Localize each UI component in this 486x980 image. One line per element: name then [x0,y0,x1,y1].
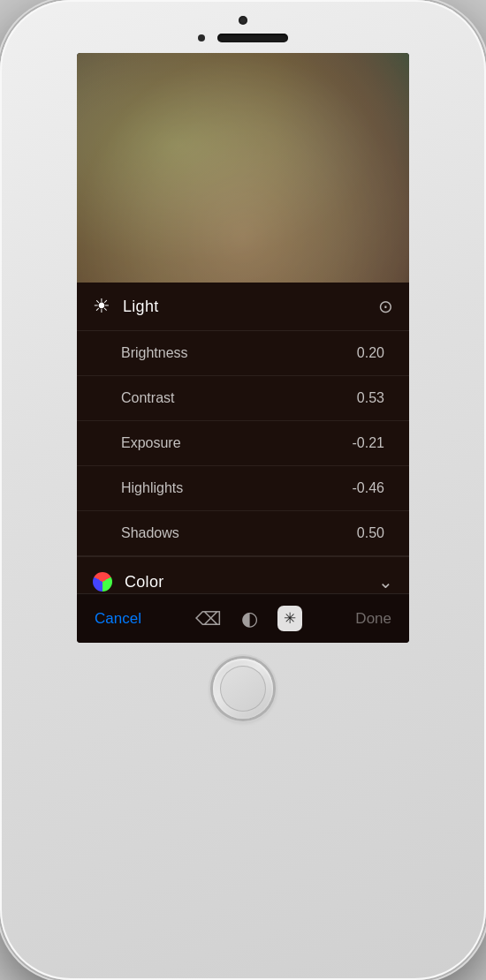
adjustments-panel: ☀ Light ⊙ Brightness 0.20 Contrast 0.53 … [77,283,409,643]
shadows-row[interactable]: Shadows 0.50 [77,511,409,556]
sensor-dot [198,34,205,41]
shadows-label: Shadows [121,525,179,541]
speaker-area [198,34,288,42]
done-button[interactable]: Done [355,610,391,628]
highlights-label: Highlights [121,480,183,496]
shadows-value: 0.50 [357,525,384,541]
highlights-value: -0.46 [353,480,384,496]
light-section-header[interactable]: ☀ Light ⊙ [77,283,409,331]
toolbar-tools: ⌫ ◐ ✳ [195,606,302,631]
photo-preview [77,53,409,283]
speaker-grille [217,34,288,42]
home-button-inner [220,666,266,712]
screen: ☀ Light ⊙ Brightness 0.20 Contrast 0.53 … [77,53,409,643]
face-overlay [77,53,409,283]
home-button-area [213,659,273,719]
light-tool-button[interactable]: ✳ [277,606,302,631]
contrast-label: Contrast [121,390,174,406]
light-section-title: Light [123,298,159,316]
front-camera [239,16,247,25]
contrast-row[interactable]: Contrast 0.53 [77,376,409,421]
home-button[interactable] [213,659,273,719]
color-wheel-icon [93,572,112,592]
color-section-title: Color [125,573,164,592]
phone-frame: ☀ Light ⊙ Brightness 0.20 Contrast 0.53 … [0,0,486,980]
exposure-value: -0.21 [353,435,384,451]
exposure-row[interactable]: Exposure -0.21 [77,421,409,466]
cancel-button[interactable]: Cancel [95,610,141,628]
brightness-value: 0.20 [357,345,384,361]
highlights-row[interactable]: Highlights -0.46 [77,466,409,511]
top-bezel [0,0,486,53]
chevron-down-icon[interactable]: ⌄ [378,571,393,592]
bottom-toolbar: Cancel ⌫ ◐ ✳ Done [77,593,409,643]
color-header-left: Color [93,572,164,592]
light-header-left: ☀ Light [93,295,159,318]
sun-icon: ☀ [93,295,110,318]
chevron-up-icon[interactable]: ⊙ [378,296,393,317]
brightness-row[interactable]: Brightness 0.20 [77,331,409,376]
crop-tool-button[interactable]: ⌫ [195,608,222,629]
contrast-value: 0.53 [357,390,384,406]
brightness-label: Brightness [121,345,188,361]
tone-tool-button[interactable]: ◐ [241,607,258,630]
exposure-label: Exposure [121,435,181,451]
